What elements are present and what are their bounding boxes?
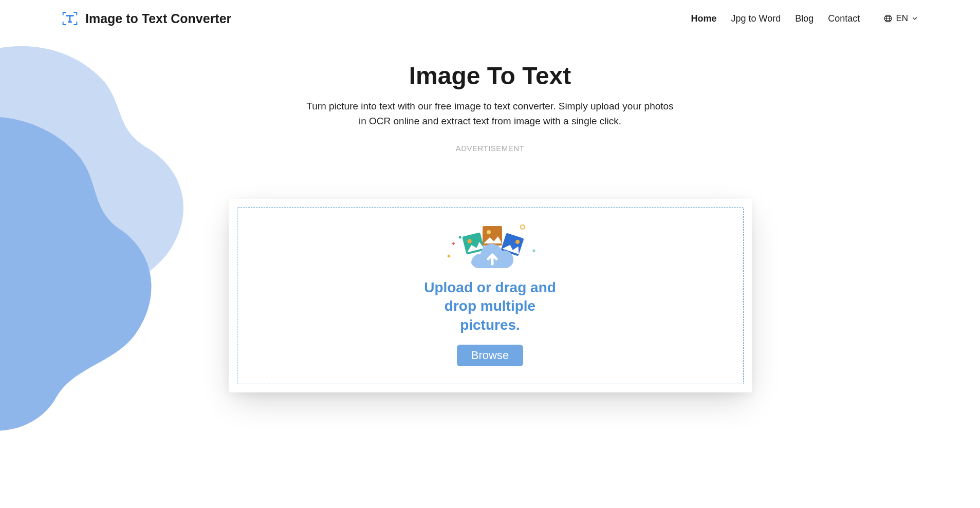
nav-home[interactable]: Home (691, 13, 717, 24)
nav-jpg-to-word[interactable]: Jpg to Word (731, 13, 781, 24)
advertisement-label: ADVERTISEMENT (0, 144, 980, 153)
language-switcher[interactable]: EN (883, 13, 918, 24)
main-nav: Home Jpg to Word Blog Contact EN (691, 13, 918, 24)
nav-contact[interactable]: Contact (828, 13, 860, 24)
brand-name: Image to Text Converter (85, 11, 231, 26)
svg-rect-3 (447, 254, 450, 258)
language-code: EN (896, 13, 908, 24)
svg-point-11 (487, 230, 491, 234)
logo-group[interactable]: Image to Text Converter (62, 10, 231, 27)
header: Image to Text Converter Home Jpg to Word… (0, 0, 980, 37)
page-title: Image To Text (0, 62, 980, 90)
svg-point-2 (521, 225, 525, 229)
dropzone-text: Upload or drag and drop multiple picture… (423, 278, 557, 334)
nav-blog[interactable]: Blog (795, 13, 813, 24)
svg-point-5 (458, 236, 461, 239)
dropzone[interactable]: Upload or drag and drop multiple picture… (237, 207, 744, 384)
page-description: Turn picture into text with our free ima… (305, 99, 675, 128)
logo-icon (62, 10, 78, 27)
upload-illustration (441, 222, 539, 271)
upload-card: Upload or drag and drop multiple picture… (229, 199, 752, 392)
chevron-down-icon (911, 15, 918, 22)
globe-icon (883, 14, 893, 23)
svg-point-4 (532, 250, 535, 252)
browse-button[interactable]: Browse (457, 345, 523, 366)
hero-section: Image To Text Turn picture into text wit… (0, 37, 980, 153)
